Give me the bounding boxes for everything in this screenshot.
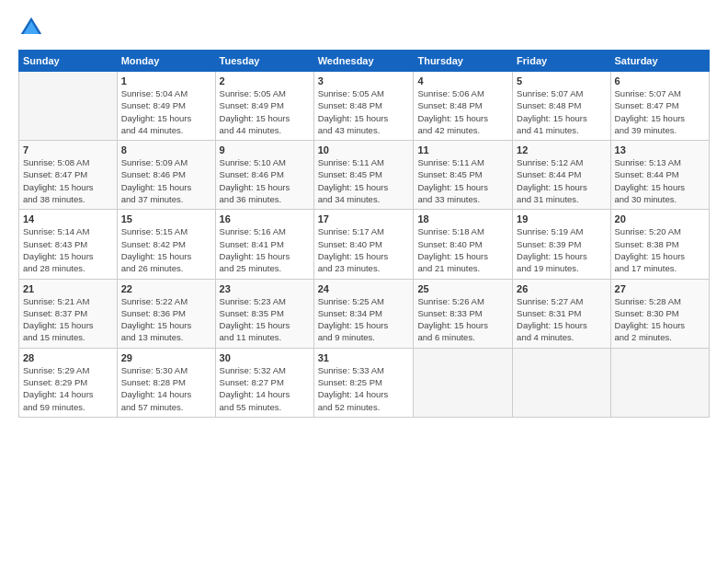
calendar-cell: 18Sunrise: 5:18 AM Sunset: 8:40 PM Dayli… xyxy=(414,210,513,279)
calendar-cell xyxy=(414,348,513,417)
weekday-header: Wednesday xyxy=(313,51,414,72)
calendar-cell: 9Sunrise: 5:10 AM Sunset: 8:46 PM Daylig… xyxy=(215,141,313,210)
day-number: 10 xyxy=(318,144,410,155)
weekday-header: Saturday xyxy=(610,51,709,72)
day-info: Sunrise: 5:17 AM Sunset: 8:40 PM Dayligh… xyxy=(318,225,410,274)
day-number: 4 xyxy=(417,75,508,86)
calendar-cell: 7Sunrise: 5:08 AM Sunset: 8:47 PM Daylig… xyxy=(19,141,118,210)
day-number: 2 xyxy=(220,75,310,86)
day-info: Sunrise: 5:32 AM Sunset: 8:27 PM Dayligh… xyxy=(220,364,310,413)
day-number: 8 xyxy=(121,144,211,155)
day-info: Sunrise: 5:33 AM Sunset: 8:25 PM Dayligh… xyxy=(318,364,410,413)
calendar-week-row: 28Sunrise: 5:29 AM Sunset: 8:29 PM Dayli… xyxy=(19,348,710,417)
day-number: 13 xyxy=(615,144,705,155)
weekday-header: Monday xyxy=(117,51,215,72)
day-number: 21 xyxy=(23,283,113,294)
weekday-header: Tuesday xyxy=(215,51,313,72)
day-info: Sunrise: 5:23 AM Sunset: 8:35 PM Dayligh… xyxy=(220,295,310,344)
day-number: 9 xyxy=(220,144,310,155)
day-info: Sunrise: 5:28 AM Sunset: 8:30 PM Dayligh… xyxy=(615,295,705,344)
day-number: 3 xyxy=(318,75,410,86)
day-number: 15 xyxy=(121,213,211,224)
header-row: SundayMondayTuesdayWednesdayThursdayFrid… xyxy=(19,51,710,72)
calendar-cell xyxy=(19,72,118,141)
day-info: Sunrise: 5:15 AM Sunset: 8:42 PM Dayligh… xyxy=(121,225,211,274)
weekday-header: Thursday xyxy=(414,51,513,72)
calendar-week-row: 1Sunrise: 5:04 AM Sunset: 8:49 PM Daylig… xyxy=(19,72,710,141)
day-info: Sunrise: 5:25 AM Sunset: 8:34 PM Dayligh… xyxy=(318,295,410,344)
day-info: Sunrise: 5:21 AM Sunset: 8:37 PM Dayligh… xyxy=(23,295,113,344)
day-info: Sunrise: 5:10 AM Sunset: 8:46 PM Dayligh… xyxy=(220,156,310,205)
weekday-header: Sunday xyxy=(19,51,118,72)
calendar-cell: 17Sunrise: 5:17 AM Sunset: 8:40 PM Dayli… xyxy=(313,210,414,279)
day-info: Sunrise: 5:16 AM Sunset: 8:41 PM Dayligh… xyxy=(220,225,310,274)
day-info: Sunrise: 5:04 AM Sunset: 8:49 PM Dayligh… xyxy=(121,87,211,136)
day-number: 28 xyxy=(23,352,113,363)
calendar-body: 1Sunrise: 5:04 AM Sunset: 8:49 PM Daylig… xyxy=(19,72,710,418)
calendar-cell: 27Sunrise: 5:28 AM Sunset: 8:30 PM Dayli… xyxy=(610,279,709,348)
calendar-cell: 30Sunrise: 5:32 AM Sunset: 8:27 PM Dayli… xyxy=(215,348,313,417)
header xyxy=(18,15,710,40)
day-info: Sunrise: 5:12 AM Sunset: 8:44 PM Dayligh… xyxy=(517,156,606,205)
calendar-week-row: 14Sunrise: 5:14 AM Sunset: 8:43 PM Dayli… xyxy=(19,210,710,279)
day-info: Sunrise: 5:27 AM Sunset: 8:31 PM Dayligh… xyxy=(517,295,606,344)
day-info: Sunrise: 5:11 AM Sunset: 8:45 PM Dayligh… xyxy=(318,156,410,205)
day-number: 6 xyxy=(615,75,705,86)
calendar-cell: 22Sunrise: 5:22 AM Sunset: 8:36 PM Dayli… xyxy=(117,279,215,348)
day-number: 23 xyxy=(220,283,310,294)
day-info: Sunrise: 5:05 AM Sunset: 8:49 PM Dayligh… xyxy=(220,87,310,136)
day-info: Sunrise: 5:06 AM Sunset: 8:48 PM Dayligh… xyxy=(417,87,508,136)
calendar-cell: 16Sunrise: 5:16 AM Sunset: 8:41 PM Dayli… xyxy=(215,210,313,279)
weekday-header: Friday xyxy=(513,51,610,72)
calendar-cell: 5Sunrise: 5:07 AM Sunset: 8:48 PM Daylig… xyxy=(513,72,610,141)
day-info: Sunrise: 5:20 AM Sunset: 8:38 PM Dayligh… xyxy=(615,225,705,274)
day-info: Sunrise: 5:09 AM Sunset: 8:46 PM Dayligh… xyxy=(121,156,211,205)
calendar-week-row: 21Sunrise: 5:21 AM Sunset: 8:37 PM Dayli… xyxy=(19,279,710,348)
calendar-cell: 4Sunrise: 5:06 AM Sunset: 8:48 PM Daylig… xyxy=(414,72,513,141)
day-number: 31 xyxy=(318,352,410,363)
day-number: 26 xyxy=(517,283,606,294)
day-number: 12 xyxy=(517,144,606,155)
calendar-week-row: 7Sunrise: 5:08 AM Sunset: 8:47 PM Daylig… xyxy=(19,141,710,210)
calendar-cell: 10Sunrise: 5:11 AM Sunset: 8:45 PM Dayli… xyxy=(313,141,414,210)
calendar-cell: 3Sunrise: 5:05 AM Sunset: 8:48 PM Daylig… xyxy=(313,72,414,141)
day-info: Sunrise: 5:22 AM Sunset: 8:36 PM Dayligh… xyxy=(121,295,211,344)
day-number: 30 xyxy=(220,352,310,363)
day-info: Sunrise: 5:14 AM Sunset: 8:43 PM Dayligh… xyxy=(23,225,113,274)
logo xyxy=(18,15,48,40)
day-number: 22 xyxy=(121,283,211,294)
day-number: 5 xyxy=(517,75,606,86)
day-info: Sunrise: 5:18 AM Sunset: 8:40 PM Dayligh… xyxy=(417,225,508,274)
day-number: 20 xyxy=(615,213,705,224)
calendar-cell: 31Sunrise: 5:33 AM Sunset: 8:25 PM Dayli… xyxy=(313,348,414,417)
calendar-cell: 15Sunrise: 5:15 AM Sunset: 8:42 PM Dayli… xyxy=(117,210,215,279)
calendar-header: SundayMondayTuesdayWednesdayThursdayFrid… xyxy=(19,51,710,72)
calendar-cell: 28Sunrise: 5:29 AM Sunset: 8:29 PM Dayli… xyxy=(19,348,118,417)
day-info: Sunrise: 5:13 AM Sunset: 8:44 PM Dayligh… xyxy=(615,156,705,205)
day-info: Sunrise: 5:05 AM Sunset: 8:48 PM Dayligh… xyxy=(318,87,410,136)
day-info: Sunrise: 5:07 AM Sunset: 8:47 PM Dayligh… xyxy=(615,87,705,136)
day-number: 24 xyxy=(318,283,410,294)
calendar-cell: 23Sunrise: 5:23 AM Sunset: 8:35 PM Dayli… xyxy=(215,279,313,348)
calendar-cell: 24Sunrise: 5:25 AM Sunset: 8:34 PM Dayli… xyxy=(313,279,414,348)
calendar-cell: 12Sunrise: 5:12 AM Sunset: 8:44 PM Dayli… xyxy=(513,141,610,210)
calendar-cell: 21Sunrise: 5:21 AM Sunset: 8:37 PM Dayli… xyxy=(19,279,118,348)
day-info: Sunrise: 5:26 AM Sunset: 8:33 PM Dayligh… xyxy=(417,295,508,344)
calendar-cell: 13Sunrise: 5:13 AM Sunset: 8:44 PM Dayli… xyxy=(610,141,709,210)
day-info: Sunrise: 5:07 AM Sunset: 8:48 PM Dayligh… xyxy=(517,87,606,136)
calendar-cell: 26Sunrise: 5:27 AM Sunset: 8:31 PM Dayli… xyxy=(513,279,610,348)
logo-icon xyxy=(18,15,44,40)
day-number: 16 xyxy=(220,213,310,224)
calendar-cell: 25Sunrise: 5:26 AM Sunset: 8:33 PM Dayli… xyxy=(414,279,513,348)
day-number: 19 xyxy=(517,213,606,224)
calendar-cell: 11Sunrise: 5:11 AM Sunset: 8:45 PM Dayli… xyxy=(414,141,513,210)
calendar-cell xyxy=(610,348,709,417)
day-info: Sunrise: 5:11 AM Sunset: 8:45 PM Dayligh… xyxy=(417,156,508,205)
day-info: Sunrise: 5:19 AM Sunset: 8:39 PM Dayligh… xyxy=(517,225,606,274)
page: SundayMondayTuesdayWednesdayThursdayFrid… xyxy=(0,0,728,563)
day-number: 25 xyxy=(417,283,508,294)
day-info: Sunrise: 5:08 AM Sunset: 8:47 PM Dayligh… xyxy=(23,156,113,205)
calendar-cell: 20Sunrise: 5:20 AM Sunset: 8:38 PM Dayli… xyxy=(610,210,709,279)
day-number: 29 xyxy=(121,352,211,363)
calendar-cell: 8Sunrise: 5:09 AM Sunset: 8:46 PM Daylig… xyxy=(117,141,215,210)
